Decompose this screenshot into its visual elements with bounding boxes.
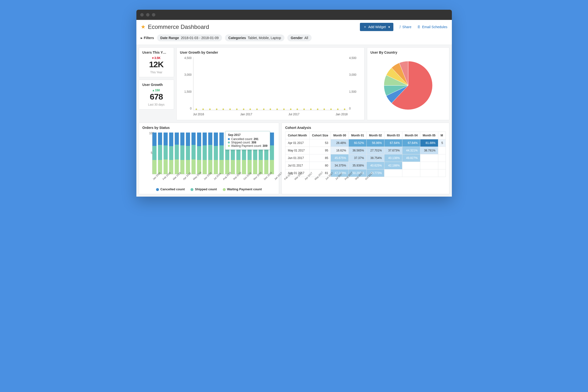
chart-user-by-country: User By Country — [367, 47, 449, 120]
kpi-users-caption: This Year — [142, 71, 170, 74]
dashboard-header: ★ Ecommerce Dashboard ＋ Add Widget ▾ ⤴ S… — [136, 20, 452, 32]
kpi-user-growth: User Growth ▴ 150 678 Last 30 days — [139, 80, 174, 110]
calendar-icon: 🗓 — [417, 25, 421, 29]
add-widget-label: Add Widget — [368, 25, 386, 29]
dashboard-title: Ecommerce Dashboard — [148, 24, 360, 30]
traffic-light-min[interactable] — [146, 13, 149, 16]
kpi-growth-value: 678 — [142, 92, 170, 102]
browser-window: ★ Ecommerce Dashboard ＋ Add Widget ▾ ⤴ S… — [136, 10, 452, 196]
filter-date-value: 2018-01-03 - 2018-01-09 — [181, 36, 219, 40]
kpi-growth-delta: ▴ 150 — [142, 88, 170, 92]
legend-cancelled[interactable]: Cancelled count — [156, 188, 185, 191]
filter-pill-gender[interactable]: Gender All — [287, 34, 312, 41]
kpi-column: Users This Y… ▾ 3.5K 12K This Year User … — [139, 47, 174, 120]
filter-gender-label: Gender — [291, 36, 303, 40]
email-schedules-label: Email Schedules — [422, 25, 447, 29]
add-widget-button[interactable]: ＋ Add Widget ▾ — [360, 23, 393, 31]
cohort-table: Cohort MonthCohort SizeMonth 00Month 01M… — [285, 132, 446, 177]
kpi-growth-caption: Last 30 days — [142, 103, 170, 106]
filter-date-label: Date Range — [160, 36, 179, 40]
kpi-users-value: 12K — [142, 60, 170, 69]
kpi-users-this-year: Users This Y… ▾ 3.5K 12K This Year — [139, 47, 174, 77]
filter-pill-categories[interactable]: Categories Tablet, Mobile, Laptop — [225, 34, 284, 41]
dashboard-body: Users This Y… ▾ 3.5K 12K This Year User … — [136, 45, 452, 196]
share-icon: ⤴ — [399, 25, 401, 29]
orders-tooltip: Sep 2017 Cancelled count: 291Shipped cou… — [225, 131, 270, 150]
plus-icon: ＋ — [363, 25, 367, 29]
email-schedules-link[interactable]: 🗓 Email Schedules — [417, 25, 447, 29]
growth-chart-title: User Growth by Gender — [180, 50, 361, 54]
share-label: Share — [402, 25, 411, 29]
arrow-down-icon: ▾ — [152, 56, 154, 60]
cohort-scroll[interactable]: Cohort MonthCohort SizeMonth 00Month 01M… — [285, 132, 446, 177]
tooltip-title: Sep 2017 — [228, 133, 267, 137]
kpi-growth-title: User Growth — [142, 83, 170, 87]
orders-xaxis: Jan 2016Feb 2016Mar 2016Apr 2016May 2016… — [152, 174, 274, 185]
pie-chart[interactable] — [371, 56, 446, 114]
growth-xaxis: Jul 2016Jan 2017Jul 2017Jan 2018 — [193, 112, 348, 116]
window-titlebar — [136, 10, 452, 20]
legend-shipped[interactable]: Shipped count — [190, 188, 217, 191]
share-link[interactable]: ⤴ Share — [399, 25, 411, 29]
caret-down-icon: ▾ — [388, 25, 390, 29]
cohort-analysis-card: Cohort Analysis Cohort MonthCohort SizeM… — [281, 122, 449, 194]
filters-label: Filters — [144, 36, 154, 40]
chart-user-growth-by-gender: User Growth by Gender 4,5003,0001,5000 4… — [176, 47, 365, 120]
growth-yaxis-right: 4,5003,0001,5000 — [349, 56, 361, 110]
filter-cat-label: Categories — [228, 36, 246, 40]
filter-pill-date-range[interactable]: Date Range 2018-01-03 - 2018-01-09 — [157, 34, 222, 41]
cohort-title: Cohort Analysis — [285, 126, 446, 130]
kpi-users-title: Users This Y… — [142, 50, 170, 54]
filters-toggle[interactable]: ▸ Filters — [141, 36, 154, 40]
legend-waiting[interactable]: Waiting Payment count — [223, 188, 262, 191]
growth-chart-area[interactable]: 4,5003,0001,5000 4,5003,0001,5000 Jul 20… — [180, 56, 361, 117]
chart-orders-by-status: Orders by Status 100500 Sep 2017 Cancell… — [139, 122, 279, 194]
arrow-up-icon: ▴ — [153, 88, 154, 92]
traffic-light-max[interactable] — [152, 13, 155, 16]
favorite-star-icon[interactable]: ★ — [141, 24, 146, 30]
filter-gender-value: All — [304, 36, 308, 40]
traffic-light-close[interactable] — [140, 13, 144, 16]
country-chart-title: User By Country — [371, 50, 446, 54]
orders-chart-area[interactable]: 100500 Sep 2017 Cancelled count: 291Ship… — [142, 132, 276, 185]
filters-bar: ▸ Filters Date Range 2018-01-03 - 2018-0… — [136, 32, 452, 45]
filter-cat-value: Tablet, Mobile, Laptop — [248, 36, 281, 40]
orders-legend: Cancelled count Shipped count Waiting Pa… — [142, 185, 276, 191]
growth-yaxis-left: 4,5003,0001,5000 — [180, 56, 192, 110]
kpi-users-delta: ▾ 3.5K — [142, 56, 170, 60]
caret-right-icon: ▸ — [141, 36, 142, 40]
orders-chart-title: Orders by Status — [142, 126, 276, 130]
